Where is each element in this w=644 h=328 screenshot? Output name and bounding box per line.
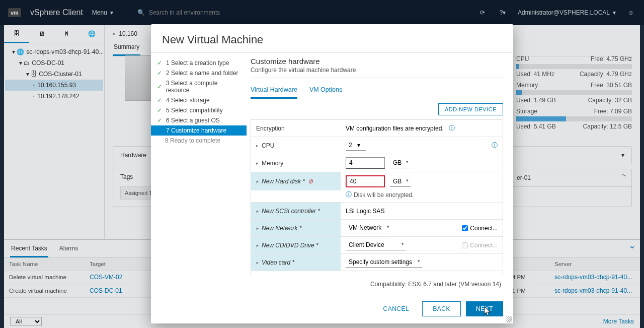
step-3[interactable]: ✓3 Select a compute resource [151, 78, 247, 95]
step-7[interactable]: 7 Customize hardware [151, 125, 247, 136]
next-button[interactable]: NEXT [466, 301, 503, 316]
row-network-label[interactable]: ▸New Network * [251, 220, 341, 236]
video-select[interactable]: Specify custom settings [346, 257, 422, 268]
new-vm-modal: New Virtual Machine ✓1 Select a creation… [151, 24, 513, 323]
modal-footer: CANCEL BACK NEXT [151, 294, 513, 323]
tab-virtual-hardware[interactable]: Virtual Hardware [251, 83, 297, 99]
info-icon: ⓘ [346, 190, 352, 199]
wizard-steps: ✓1 Select a creation type ✓2 Select a na… [151, 53, 247, 294]
row-cddvd-label[interactable]: ▸New CD/DVD Drive * [251, 237, 341, 253]
disk-encrypt-note: Disk will be encrypted. [354, 191, 414, 199]
cancel-button[interactable]: CANCEL [375, 301, 418, 316]
scsi-value: LSI Logic SAS [346, 208, 384, 215]
connect-label: Connect... [470, 242, 498, 249]
back-button[interactable]: BACK [422, 301, 461, 316]
step-4[interactable]: ✓4 Select storage [151, 95, 247, 105]
warn-icon: ⊘ [308, 178, 313, 185]
add-new-device-button[interactable]: ADD NEW DEVICE [438, 103, 503, 115]
cpu-select[interactable]: 2 ▾ [346, 140, 366, 151]
step-2[interactable]: ✓2 Select a name and folder [151, 68, 247, 78]
row-encryption-label: Encryption [251, 120, 341, 137]
network-select[interactable]: VM Network [346, 223, 391, 233]
step-5[interactable]: ✓5 Select compatibility [151, 105, 247, 115]
connect-label: Connect... [470, 225, 498, 232]
wiz-heading: Customize hardware [251, 57, 503, 65]
row-hard-disk-label[interactable]: ▸New Hard disk * ⊘ [251, 172, 341, 190]
row-scsi-label[interactable]: ▸New SCSI controller * [251, 203, 341, 219]
step-8: 8 Ready to complete [151, 136, 247, 146]
hardware-grid: Encryption VM configuration files are en… [251, 119, 503, 276]
row-memory-label[interactable]: ▸Memory [251, 154, 341, 172]
disk-unit-select[interactable]: GB [390, 176, 411, 187]
cddvd-select[interactable]: Client Device [346, 240, 406, 250]
memory-unit-select[interactable]: GB [390, 158, 411, 168]
row-cpu-label[interactable]: ▸CPU [251, 137, 341, 154]
wizard-content: Customize hardware Configure the virtual… [247, 53, 513, 294]
info-icon[interactable]: ⓘ [449, 124, 455, 133]
modal-title: New Virtual Machine [151, 24, 513, 53]
row-vmci-label: VMCI device [251, 271, 341, 276]
resize-handle[interactable] [506, 316, 512, 322]
step-1[interactable]: ✓1 Select a creation type [151, 58, 247, 68]
wiz-sub: Configure the virtual machine hardware [251, 67, 503, 78]
memory-input[interactable] [346, 157, 385, 169]
info-icon[interactable]: ⓘ [492, 141, 498, 150]
step-6[interactable]: ✓6 Select a guest OS [151, 115, 247, 125]
compatibility-note: Compatibility: ESXi 6.7 and later (VM ve… [251, 276, 503, 288]
row-video-label[interactable]: ▸Video card * [251, 254, 341, 271]
cddvd-connect-checkbox [462, 242, 468, 248]
network-connect-checkbox[interactable] [462, 225, 468, 231]
tab-vm-options[interactable]: VM Options [309, 83, 342, 99]
encryption-text: VM configuration files are encrypted. [346, 125, 444, 132]
disk-size-input[interactable] [346, 175, 385, 187]
